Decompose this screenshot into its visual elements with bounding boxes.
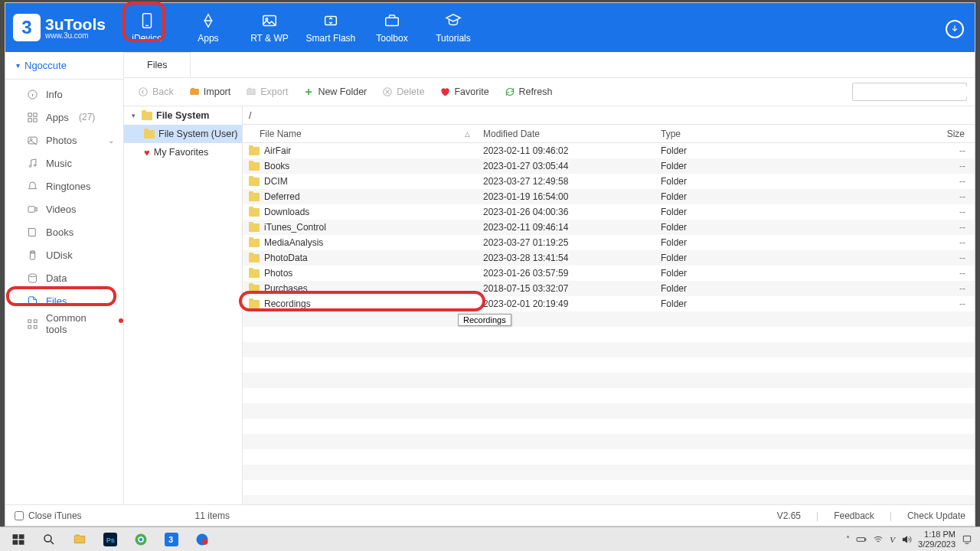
- svg-point-39: [202, 539, 208, 545]
- sidebar-item-label: Common tools: [46, 312, 109, 335]
- favorite-button[interactable]: Favorite: [433, 84, 495, 99]
- folder-icon: [142, 112, 152, 120]
- download-icon: [949, 24, 960, 34]
- tree-root[interactable]: ▾File System: [124, 106, 242, 125]
- update-button[interactable]: [946, 20, 964, 38]
- tab-files[interactable]: Files: [123, 52, 191, 77]
- tree-user[interactable]: File System (User): [124, 125, 242, 143]
- taskbar-ps[interactable]: Ps: [95, 529, 126, 550]
- sidebar-item-apps[interactable]: Apps (27): [5, 106, 123, 129]
- th-size[interactable]: Size: [858, 129, 975, 139]
- sidebar-item-files[interactable]: Files: [5, 289, 123, 312]
- taskbar-3utools[interactable]: 3: [156, 529, 187, 550]
- back-icon: [138, 86, 149, 97]
- file-date: 2018-07-15 03:32:07: [477, 283, 655, 294]
- svg-point-35: [139, 537, 143, 541]
- svg-rect-11: [28, 137, 37, 144]
- svg-rect-20: [34, 319, 37, 322]
- system-tray: ˄ V 1:18 PM 3/29/2023: [846, 530, 977, 548]
- search-input[interactable]: [858, 86, 972, 97]
- folder-icon: [249, 193, 260, 201]
- th-name[interactable]: File Name△: [243, 129, 477, 139]
- nav-apps[interactable]: Apps: [178, 3, 239, 52]
- feedback-link[interactable]: Feedback: [834, 510, 874, 521]
- photos-icon: [27, 135, 38, 146]
- sidebar-item-data[interactable]: Data: [5, 266, 123, 289]
- file-date: 2023-02-01 20:19:49: [477, 298, 655, 309]
- import-button[interactable]: Import: [183, 84, 237, 99]
- svg-text:3: 3: [168, 534, 173, 543]
- file-name: Purchases: [264, 283, 308, 294]
- table-row[interactable]: iTunes_Control2023-02-11 09:46:14Folder-…: [243, 220, 975, 235]
- add-icon: [303, 86, 314, 97]
- sidebar-item-photos[interactable]: Photos⌄: [5, 129, 123, 152]
- file-name: Books: [264, 161, 289, 171]
- windows-icon: [11, 533, 25, 546]
- table-row[interactable]: DCIM2023-03-27 12:49:58Folder--: [243, 174, 975, 189]
- back-button[interactable]: Back: [132, 84, 180, 99]
- search-box[interactable]: [852, 83, 967, 101]
- check-update-link[interactable]: Check Update: [907, 510, 965, 521]
- file-name: DCIM: [264, 176, 288, 187]
- sidebar-item-udisk[interactable]: UDisk: [5, 243, 123, 266]
- sidebar-item-ringtones[interactable]: Ringtones: [5, 174, 123, 197]
- sidebar-device[interactable]: Ngoccute: [5, 52, 123, 80]
- table-row[interactable]: Recordings2023-02-01 20:19:49Folder--: [243, 296, 975, 311]
- refresh-button[interactable]: Refresh: [498, 84, 559, 99]
- folder-icon: [249, 178, 260, 186]
- sidebar-item-books[interactable]: Books: [5, 220, 123, 243]
- nav-tutorials[interactable]: Tutorials: [423, 3, 484, 52]
- notification-icon[interactable]: [962, 534, 972, 545]
- folder-icon: [249, 254, 260, 262]
- table-row[interactable]: Purchases2018-07-15 03:32:07Folder--: [243, 281, 975, 296]
- file-name: Downloads: [264, 207, 309, 217]
- start-button[interactable]: [3, 529, 34, 550]
- table-row[interactable]: Downloads2023-01-26 04:00:36Folder--: [243, 204, 975, 220]
- taskbar-explorer[interactable]: [64, 529, 95, 550]
- file-size: --: [858, 176, 975, 187]
- folder-tree: ▾File System File System (User) ♥My Favo…: [124, 106, 243, 504]
- flash-icon: [322, 12, 339, 29]
- 3u-icon: 3: [165, 533, 178, 546]
- file-date: 2023-03-27 12:49:58: [477, 176, 655, 187]
- taskbar-search[interactable]: [34, 529, 64, 550]
- delete-button[interactable]: Delete: [376, 84, 430, 99]
- clock[interactable]: 1:18 PM 3/29/2023: [918, 530, 956, 548]
- table-row[interactable]: Books2023-01-27 03:05:44Folder--: [243, 158, 975, 174]
- sidebar-item-common[interactable]: Common tools: [5, 312, 123, 335]
- folder-icon: [249, 239, 260, 247]
- taskbar-app[interactable]: [187, 529, 217, 550]
- nav-flash[interactable]: Smart Flash: [300, 3, 361, 52]
- sidebar-item-videos[interactable]: Videos: [5, 197, 123, 220]
- taskbar: Ps 3 ˄ V 1:18 PM 3/29/2023: [0, 527, 980, 551]
- tray-chevron-icon[interactable]: ˄: [846, 535, 850, 543]
- file-type: Folder: [655, 161, 858, 171]
- sidebar-item-music[interactable]: Music: [5, 152, 123, 174]
- tree-favorites[interactable]: ♥My Favorites: [124, 143, 242, 161]
- file-size: --: [858, 237, 975, 248]
- svg-rect-42: [963, 536, 970, 542]
- nav-rtwp[interactable]: RT & WP: [239, 3, 300, 52]
- th-date[interactable]: Modified Date: [477, 129, 655, 139]
- search-icon: [42, 533, 56, 546]
- table-row[interactable]: Photos2023-01-26 03:57:59Folder--: [243, 266, 975, 281]
- export-button[interactable]: Export: [240, 84, 294, 99]
- folder-icon: [249, 285, 260, 293]
- th-type[interactable]: Type: [655, 129, 858, 139]
- close-itunes-checkbox[interactable]: Close iTunes: [15, 510, 82, 521]
- sidebar-item-label: Photos: [46, 135, 77, 146]
- nav-idevice[interactable]: iDevice: [116, 3, 178, 52]
- taskbar-chrome[interactable]: [126, 529, 156, 550]
- table-row[interactable]: PhotoData2023-03-28 13:41:54Folder--: [243, 250, 975, 266]
- nav-toolbox[interactable]: Toolbox: [361, 3, 423, 52]
- table-row[interactable]: MediaAnalysis2023-03-27 01:19:25Folder--: [243, 235, 975, 250]
- sidebar-item-info[interactable]: Info: [5, 83, 123, 106]
- table-row[interactable]: Deferred2023-01-19 16:54:00Folder--: [243, 189, 975, 204]
- file-type: Folder: [655, 176, 858, 187]
- file-size: --: [858, 191, 975, 202]
- table-row[interactable]: AirFair2023-02-11 09:46:02Folder--: [243, 143, 975, 158]
- new-folder-button[interactable]: New Folder: [297, 84, 373, 99]
- file-name: AirFair: [264, 145, 291, 156]
- sidebar-item-label: Info: [46, 89, 63, 100]
- phone-icon: [139, 12, 155, 29]
